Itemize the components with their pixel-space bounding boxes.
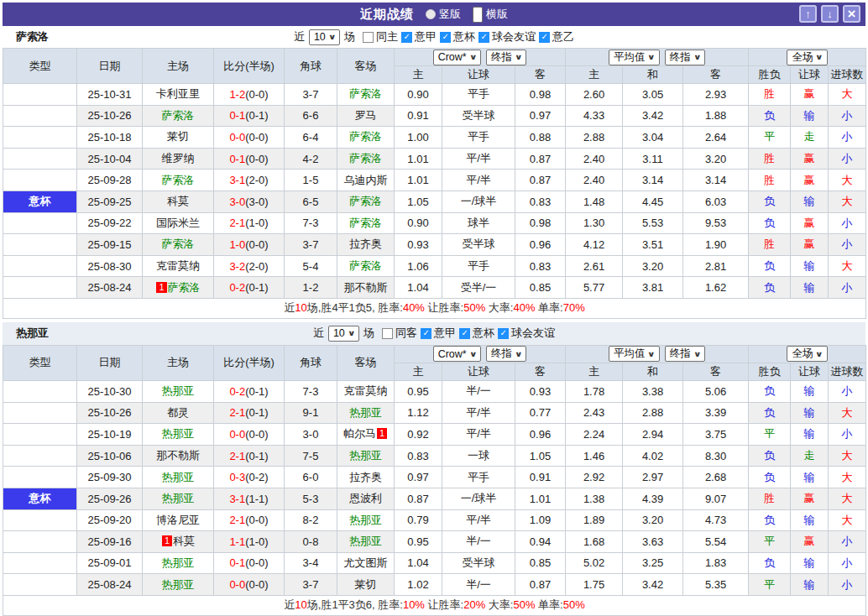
filter-checkbox[interactable]: ✓意杯 xyxy=(440,29,475,44)
table-row: 意甲25-10-19热那亚0-0(0-0)3-0帕尔马10.92平/半0.962… xyxy=(3,424,866,446)
table-row: 意甲25-10-06那不勒斯2-1(0-1)7-5热那亚0.83一球1.051.… xyxy=(3,445,866,467)
match-count-select[interactable]: 10∨ xyxy=(328,326,359,342)
handicap-result-cell: 输 xyxy=(791,509,829,531)
goals-result-cell: 小 xyxy=(829,105,866,127)
away-team-cell: 那不勒斯 xyxy=(337,277,395,299)
handicap-result-cell: 赢 xyxy=(791,531,829,553)
corner-cell: 7-5 xyxy=(285,445,337,467)
filter-checkbox[interactable]: ✓意甲 xyxy=(401,29,437,44)
fulltime-score: 3-1 xyxy=(229,174,245,186)
avg-away-cell: 2.93 xyxy=(683,84,749,106)
filter-checkbox[interactable]: 同主 xyxy=(363,29,398,44)
corner-cell: 8-2 xyxy=(285,509,337,531)
move-down-button[interactable]: ↓ xyxy=(821,5,839,23)
checkbox-icon[interactable] xyxy=(363,32,374,43)
corner-cell: 1-5 xyxy=(285,170,337,191)
fulltime-score: 3-2 xyxy=(229,260,245,273)
summary-segment: 让胜率: xyxy=(425,598,463,611)
goals-result-cell: 大 xyxy=(829,509,866,531)
corner-cell: 6-4 xyxy=(285,127,337,149)
crow-handicap-cell: 受半球 xyxy=(442,105,515,127)
checkbox-icon[interactable]: ✓ xyxy=(478,32,489,43)
radio-icon[interactable] xyxy=(426,9,436,19)
avg-home-cell: 1.30 xyxy=(566,212,623,234)
checkbox-icon[interactable]: ✓ xyxy=(459,328,470,339)
summary-segment: 10 xyxy=(295,598,306,611)
filter-checkbox[interactable]: ✓球会友谊 xyxy=(498,326,555,341)
home-team-cell: 那不勒斯 xyxy=(143,445,214,467)
checkbox-icon[interactable]: ✓ xyxy=(421,328,431,339)
team-label: 萨索洛 xyxy=(16,29,49,44)
league-type-cell: 意杯 xyxy=(3,191,77,212)
col-header-avg-away: 客 xyxy=(683,363,749,380)
score-cell: 0-2(0-1) xyxy=(214,277,285,299)
avg-away-cell: 2.68 xyxy=(683,467,749,488)
chevron-down-icon: ∨ xyxy=(647,350,656,358)
crow-handicap-cell: 受半/一 xyxy=(442,277,515,299)
home-team-cell: 科莫 xyxy=(143,191,214,212)
fulltime-select[interactable]: 全场∨ xyxy=(787,50,827,65)
col-header-crow-handicap: 让球 xyxy=(442,363,515,380)
filter-checkbox[interactable]: ✓意乙 xyxy=(539,29,574,44)
final-odds-select[interactable]: 终指∨ xyxy=(665,346,705,362)
match-count-select[interactable]: 10∨ xyxy=(309,29,340,45)
corner-cell: 7-3 xyxy=(285,212,337,234)
checkbox-icon[interactable]: ✓ xyxy=(539,32,550,43)
corner-cell: 5-3 xyxy=(285,488,337,509)
filter-checkbox[interactable]: ✓球会友谊 xyxy=(478,29,536,44)
league-type-cell: 意甲 xyxy=(3,467,77,488)
date-cell: 25-10-04 xyxy=(77,148,143,170)
date-cell: 25-09-28 xyxy=(77,170,143,191)
radio-horizontal-layout[interactable]: 横版 xyxy=(473,7,508,23)
filter-checkbox[interactable]: 同客 xyxy=(382,326,417,341)
team-name: 热那亚 xyxy=(162,578,195,591)
final-odds-select[interactable]: 终指∨ xyxy=(486,50,526,65)
score-cell: 0-1(0-1) xyxy=(214,105,285,127)
filter-checkbox[interactable]: ✓意甲 xyxy=(421,326,456,341)
score-cell: 0-0(0-0) xyxy=(214,424,285,446)
fulltime-select[interactable]: 全场∨ xyxy=(787,346,827,362)
halftime-score: (0-1) xyxy=(245,450,268,462)
handicap-result-cell: 赢 xyxy=(791,212,829,234)
avg-away-cell: 6.03 xyxy=(683,191,749,212)
avg-away-cell: 2.64 xyxy=(683,127,749,149)
avg-home-cell: 1.48 xyxy=(566,191,623,212)
final-odds-select[interactable]: 终指∨ xyxy=(665,50,705,65)
checkbox-icon[interactable] xyxy=(382,328,393,339)
average-select[interactable]: 平均值∨ xyxy=(609,346,660,362)
bookmaker-select[interactable]: Crow*∨ xyxy=(433,346,481,362)
avg-away-cell: 2.81 xyxy=(683,255,749,277)
bookmaker-select[interactable]: Crow*∨ xyxy=(433,50,481,65)
checkbox-icon[interactable]: ✓ xyxy=(498,328,509,339)
final-odds-select[interactable]: 终指∨ xyxy=(486,346,526,362)
col-header-crow-home: 主 xyxy=(395,66,442,84)
close-icon: × xyxy=(848,7,856,21)
average-select[interactable]: 平均值∨ xyxy=(609,50,660,65)
halftime-score: (1-1) xyxy=(245,493,268,505)
move-up-button[interactable]: ↑ xyxy=(799,5,817,23)
score-cell: 0-0(0-0) xyxy=(214,574,285,596)
checkbox-icon[interactable]: ✓ xyxy=(401,32,412,43)
away-team-cell: 萨索洛 xyxy=(337,212,395,234)
date-cell: 25-10-26 xyxy=(77,105,143,127)
col-header-result: 胜负 xyxy=(749,363,791,380)
goals-result-cell: 小 xyxy=(829,148,866,170)
checkbox-icon[interactable]: ✓ xyxy=(440,32,451,43)
radio-vertical-layout[interactable]: 竖版 xyxy=(426,7,461,22)
team-name: 那不勒斯 xyxy=(344,281,388,294)
home-team-cell: 热那亚 xyxy=(143,552,214,574)
avg-draw-cell: 3.20 xyxy=(623,509,683,531)
avg-draw-cell: 4.02 xyxy=(623,445,683,467)
avg-away-cell: 8.30 xyxy=(683,445,749,467)
goals-result-cell: 小 xyxy=(829,380,866,402)
home-team-cell: 热那亚 xyxy=(143,574,214,596)
crow-away-odds-cell: 0.83 xyxy=(515,255,566,277)
table-row: 意甲25-08-24热那亚0-0(0-0)3-7莱切1.02半/一0.871.7… xyxy=(3,574,866,596)
result-cell: 负 xyxy=(749,402,791,424)
close-button[interactable]: × xyxy=(843,5,860,23)
filter-checkbox[interactable]: ✓意杯 xyxy=(459,326,494,341)
team-name: 热那亚 xyxy=(162,492,195,504)
crow-away-odds-cell: 0.87 xyxy=(515,574,566,596)
away-team-cell: 克雷莫纳 xyxy=(337,380,395,402)
radio-selected-icon[interactable] xyxy=(473,7,483,23)
